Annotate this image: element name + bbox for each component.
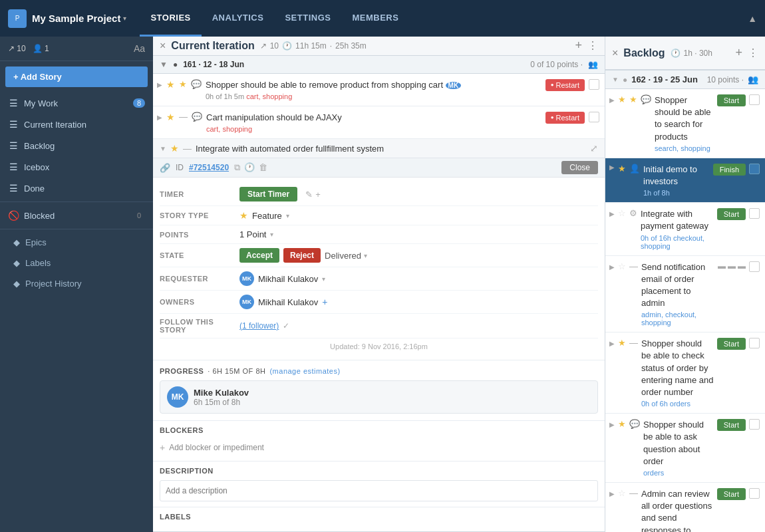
bl-expand-icon[interactable]: ▶: [609, 94, 615, 104]
start-button[interactable]: Start: [717, 208, 746, 220]
sidebar-item-labels[interactable]: ◆ Labels: [0, 253, 153, 273]
progress-user-row: MK Mike Kulakov 6h 15m of 8h: [160, 380, 598, 414]
sprint-expand-icon[interactable]: ▼: [160, 60, 168, 69]
bl-checkbox[interactable]: [749, 261, 760, 272]
story-checkbox[interactable]: [589, 79, 599, 90]
iteration-col-header: × Current Iteration ↗ 10 🕐 11h 15m· 25h …: [153, 37, 605, 56]
sprint-162-title: 162 · 19 - 25 Jun: [631, 74, 698, 84]
tab-analytics[interactable]: ANALYTICS: [202, 0, 275, 37]
story-restart-button[interactable]: Restart: [545, 79, 585, 91]
bl-checkbox[interactable]: [749, 488, 760, 499]
story-checkbox[interactable]: [589, 112, 599, 122]
state-label: STATE: [160, 251, 239, 259]
state-dropdown-icon[interactable]: ▾: [364, 252, 367, 259]
bl-expand-icon[interactable]: ▶: [609, 208, 615, 217]
bl-checkbox[interactable]: [749, 419, 760, 430]
align-center-icon[interactable]: ▬: [728, 261, 736, 271]
story-star[interactable]: ★: [166, 112, 175, 122]
story-comment-icon[interactable]: 💬: [191, 79, 202, 89]
tab-stories[interactable]: STORIES: [140, 0, 201, 37]
bl-type-icon: ★: [629, 94, 637, 104]
bl-checkbox[interactable]: [749, 208, 760, 219]
sidebar-item-done[interactable]: ☰ Done: [0, 178, 153, 199]
main-layout: ↗ 10 👤 1 Aa + Add Story ☰ My Work 8 ☰ Cu…: [0, 37, 765, 532]
story-star[interactable]: ★: [166, 79, 175, 90]
collapse-icon[interactable]: ▲: [748, 13, 757, 24]
reject-button[interactable]: Reject: [283, 248, 321, 263]
search-icon[interactable]: Aa: [134, 43, 145, 54]
iteration-add-icon[interactable]: +: [575, 39, 582, 53]
sidebar-item-my-work[interactable]: ☰ My Work 8: [0, 92, 153, 114]
follow-check-icon[interactable]: ✓: [283, 321, 289, 331]
timer-edit-icon[interactable]: ✎: [305, 190, 313, 200]
follower-count-link[interactable]: (1 follower): [239, 321, 279, 331]
tab-settings[interactable]: SETTINGS: [274, 0, 341, 37]
sprint-162-expand-icon[interactable]: ▼: [612, 76, 619, 83]
start-button[interactable]: Start: [717, 419, 746, 431]
sidebar-item-blocked[interactable]: 🚫 Blocked 0: [0, 205, 153, 226]
bl-star[interactable]: ☆: [618, 208, 626, 218]
bl-expand-icon[interactable]: ▶: [609, 164, 615, 171]
description-input[interactable]: [160, 480, 598, 501]
align-right-icon[interactable]: ▬: [738, 261, 746, 271]
story-type-dropdown-icon[interactable]: ▾: [286, 212, 289, 219]
expanded-story-title-input[interactable]: [196, 144, 586, 154]
bl-expand-icon[interactable]: ▶: [609, 261, 615, 271]
updated-text: Updated: 9 Nov 2016, 2:16pm: [160, 338, 598, 354]
iteration-close-icon[interactable]: ×: [160, 40, 166, 52]
align-left-icon[interactable]: ▬: [718, 261, 726, 271]
sidebar-item-epics[interactable]: ◆ Epics: [0, 232, 153, 253]
bl-expand-icon[interactable]: ▶: [609, 338, 615, 347]
fullscreen-icon[interactable]: ⤢: [590, 143, 598, 154]
project-dropdown-icon[interactable]: ▾: [123, 15, 126, 22]
iteration-menu-icon[interactable]: ⋮: [587, 39, 598, 52]
story-expand-icon[interactable]: ▶: [157, 112, 162, 121]
backlog-close-icon[interactable]: ×: [612, 47, 618, 59]
bl-checkbox[interactable]: [749, 94, 760, 105]
bl-star[interactable]: ★: [618, 338, 626, 348]
start-timer-button[interactable]: Start Timer: [239, 187, 297, 201]
story-expand-icon[interactable]: ▶: [157, 79, 162, 88]
add-owner-icon[interactable]: +: [322, 297, 327, 307]
requester-dropdown-icon[interactable]: ▾: [322, 275, 325, 283]
sidebar-item-current-iteration[interactable]: ☰ Current Iteration: [0, 114, 153, 135]
expanded-story-expand-icon[interactable]: ▼: [160, 145, 166, 152]
start-button[interactable]: Start: [717, 338, 746, 350]
labels-title: LABELS: [160, 513, 598, 521]
backlog-add-icon[interactable]: +: [735, 46, 742, 60]
trash-icon[interactable]: 🗑: [259, 162, 267, 173]
bl-star[interactable]: ☆: [618, 261, 626, 271]
finish-button[interactable]: Finish: [713, 164, 746, 176]
story-restart-button[interactable]: Restart: [545, 112, 585, 124]
timer-field-row: TIMER Start Timer ✎ +: [160, 183, 598, 206]
manage-estimates-link[interactable]: (manage estimates): [269, 367, 340, 375]
sidebar-item-backlog[interactable]: ☰ Backlog: [0, 135, 153, 156]
accept-button[interactable]: Accept: [239, 248, 279, 263]
close-story-button[interactable]: Close: [561, 161, 598, 174]
points-dropdown-icon[interactable]: ▾: [270, 231, 273, 238]
bl-checkbox[interactable]: [749, 338, 760, 348]
story-comment-icon[interactable]: 💬: [192, 112, 202, 122]
bl-star[interactable]: ★: [618, 419, 626, 429]
add-story-button[interactable]: + Add Story: [5, 66, 148, 87]
bl-star[interactable]: ★: [618, 164, 626, 174]
bl-expand-icon[interactable]: ▶: [609, 419, 615, 428]
tab-members[interactable]: MEMBERS: [341, 0, 409, 37]
start-button[interactable]: Start: [717, 488, 746, 500]
copy-icon[interactable]: ⧉: [234, 162, 240, 173]
timer-add-icon[interactable]: +: [315, 190, 321, 200]
backlog-menu-icon[interactable]: ⋮: [748, 47, 758, 59]
sprint-points: 0 of 10 points ·: [530, 60, 583, 69]
expanded-story-star[interactable]: ★: [170, 143, 179, 154]
bl-star[interactable]: ★: [618, 94, 626, 104]
sidebar-item-project-history[interactable]: ◆ Project History: [0, 273, 153, 294]
bl-checkbox[interactable]: [749, 164, 760, 174]
bl-content: Initial demo to investors 1h of 8h: [643, 164, 710, 197]
history-icon[interactable]: 🕐: [244, 162, 255, 173]
start-button[interactable]: Start: [717, 94, 746, 106]
bl-expand-icon[interactable]: ▶: [609, 488, 615, 497]
bl-comment-icon[interactable]: 💬: [641, 94, 651, 104]
add-blocker-button[interactable]: + Add blocker or impediment: [160, 440, 598, 456]
sidebar-item-icebox[interactable]: ☰ Icebox: [0, 156, 153, 178]
bl-star[interactable]: ☆: [618, 488, 626, 498]
